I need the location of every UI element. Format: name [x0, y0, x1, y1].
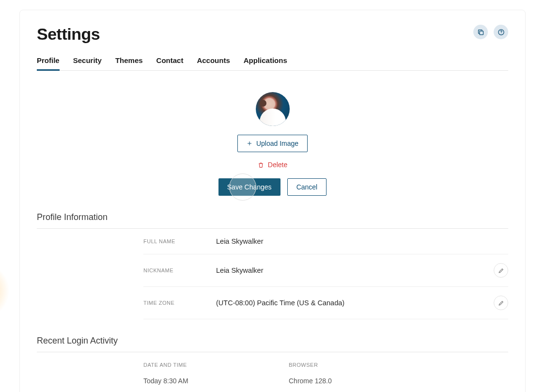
tab-contact[interactable]: Contact — [156, 56, 184, 71]
field-value: Leia Skywalker — [216, 267, 494, 274]
field-label: FULL NAME — [143, 238, 216, 244]
login-time: Today 8:30 AM — [143, 377, 289, 385]
delete-image-label: Delete — [268, 161, 287, 169]
field-value: Leia Skywalker — [216, 237, 508, 245]
edit-timezone-button[interactable] — [494, 296, 508, 310]
col-header-time: DATE AND TIME — [143, 362, 289, 368]
copy-button[interactable] — [473, 25, 488, 39]
settings-card: Settings — [19, 10, 526, 392]
tab-profile[interactable]: Profile — [37, 56, 60, 71]
col-header-browser: BROWSER — [289, 362, 508, 368]
tab-applications[interactable]: Applications — [244, 56, 287, 71]
field-label: TIME ZONE — [143, 300, 216, 306]
help-button[interactable] — [494, 25, 508, 39]
help-icon — [498, 29, 505, 36]
field-value: (UTC-08:00) Pacific Time (US & Canada) — [216, 299, 494, 307]
delete-image-button[interactable]: Delete — [258, 161, 287, 169]
login-activity-table: DATE AND TIME BROWSER Today 8:30 AM Chro… — [143, 359, 508, 392]
save-button[interactable]: Save Changes — [218, 178, 280, 196]
pencil-icon — [498, 267, 504, 274]
svg-point-2 — [501, 33, 501, 34]
edit-nickname-button[interactable] — [494, 263, 508, 278]
trash-icon — [258, 162, 264, 168]
profile-row-fullname: FULL NAME Leia Skywalker — [143, 229, 508, 254]
profile-row-nickname: NICKNAME Leia Skywalker — [143, 254, 508, 287]
tab-accounts[interactable]: Accounts — [197, 56, 230, 71]
copy-icon — [477, 29, 484, 36]
cancel-button[interactable]: Cancel — [287, 178, 327, 196]
login-browser: Chrome 128.0 — [289, 377, 508, 385]
page-title: Settings — [37, 25, 100, 44]
field-label: NICKNAME — [143, 267, 216, 273]
avatar — [256, 92, 290, 126]
upload-image-label: Upload Image — [256, 140, 298, 147]
login-row: Today 8:30 AM Chrome 128.0 — [143, 373, 508, 389]
profile-row-timezone: TIME ZONE (UTC-08:00) Pacific Time (US &… — [143, 287, 508, 319]
upload-image-button[interactable]: Upload Image — [237, 135, 308, 152]
svg-rect-0 — [480, 31, 483, 35]
tab-security[interactable]: Security — [73, 56, 102, 71]
profile-info-title: Profile Information — [37, 212, 508, 229]
login-activity-title: Recent Login Activity — [37, 336, 508, 352]
login-row: Today 8:00 AM Chrome 128.0 — [143, 389, 508, 392]
tab-themes[interactable]: Themes — [115, 56, 143, 71]
plus-icon — [247, 141, 252, 146]
tabs: Profile Security Themes Contact Accounts… — [37, 56, 508, 71]
pencil-icon — [498, 300, 504, 306]
